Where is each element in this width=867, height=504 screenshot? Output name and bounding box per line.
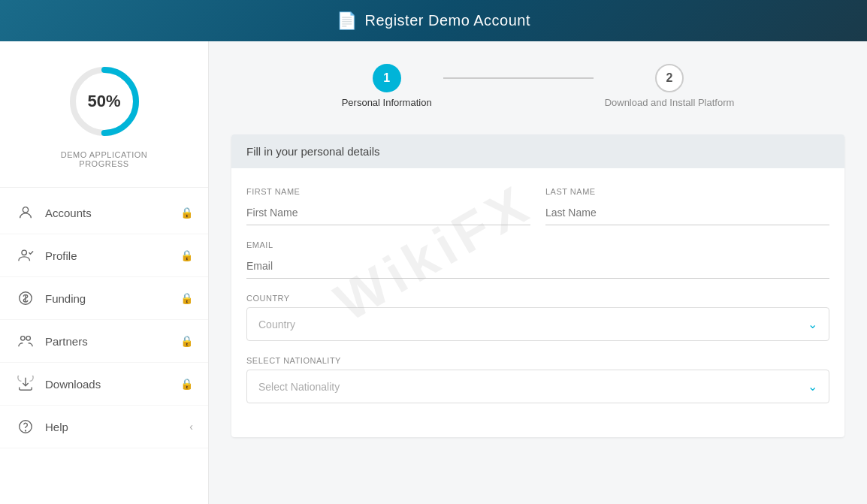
sidebar-nav: Accounts 🔒 Profile 🔒 xyxy=(0,188,208,504)
country-group: COUNTRY Country ⌄ xyxy=(246,294,829,341)
email-group: EMAIL xyxy=(246,240,829,279)
accounts-lock-icon: 🔒 xyxy=(180,207,193,219)
country-chevron-icon: ⌄ xyxy=(808,317,817,331)
main-content: 1 Personal Information 2 Download and In… xyxy=(209,41,867,504)
name-row: FIRST NAME LAST NAME xyxy=(246,187,829,225)
step-2: 2 Download and Install Platform xyxy=(605,64,735,108)
nationality-group: SELECT NATIONALITY Select Nationality ⌄ xyxy=(246,356,829,403)
first-name-group: FIRST NAME xyxy=(246,187,530,225)
downloads-lock-icon: 🔒 xyxy=(180,378,193,390)
step-1: 1 Personal Information xyxy=(342,64,432,108)
partners-lock-icon: 🔒 xyxy=(180,335,193,347)
email-input[interactable] xyxy=(246,254,829,279)
step-2-circle: 2 xyxy=(655,64,684,92)
country-row: COUNTRY Country ⌄ xyxy=(246,294,829,341)
help-chevron-icon: ‹ xyxy=(189,421,193,433)
nationality-select[interactable]: Select Nationality ⌄ xyxy=(246,370,829,403)
form-card: Fill in your personal details FIRST NAME… xyxy=(231,134,844,437)
nationality-row: SELECT NATIONALITY Select Nationality ⌄ xyxy=(246,356,829,403)
sidebar-item-profile[interactable]: Profile 🔒 xyxy=(0,234,208,277)
profile-icon xyxy=(15,245,36,266)
nationality-label: SELECT NATIONALITY xyxy=(246,356,829,365)
first-name-input[interactable] xyxy=(246,201,530,225)
email-row: EMAIL xyxy=(246,240,829,279)
country-select[interactable]: Country ⌄ xyxy=(246,307,829,341)
step-connector xyxy=(443,77,594,79)
accounts-label: Accounts xyxy=(45,207,180,219)
funding-label: Funding xyxy=(45,292,180,305)
progress-section: 50% DEMO APPLICATION PROGRESS xyxy=(0,41,208,188)
sidebar-item-partners[interactable]: Partners 🔒 xyxy=(0,320,208,363)
help-icon xyxy=(15,416,36,437)
page-header: 📄 Register Demo Account xyxy=(0,0,867,41)
header-icon: 📄 xyxy=(337,11,358,31)
downloads-icon xyxy=(15,373,36,394)
partners-icon xyxy=(15,330,36,352)
country-label: COUNTRY xyxy=(246,294,829,303)
first-name-label: FIRST NAME xyxy=(246,187,530,196)
progress-circle: 50% xyxy=(67,64,142,139)
funding-icon xyxy=(15,288,36,309)
sidebar-item-accounts[interactable]: Accounts 🔒 xyxy=(0,192,208,234)
progress-percentage: 50% xyxy=(87,92,120,111)
profile-lock-icon: 🔒 xyxy=(180,249,193,261)
last-name-label: LAST NAME xyxy=(545,187,829,196)
help-label: Help xyxy=(45,421,189,433)
country-select-value: Country xyxy=(258,318,295,330)
svg-point-8 xyxy=(26,430,26,431)
svg-point-3 xyxy=(22,250,26,255)
sidebar: 50% DEMO APPLICATION PROGRESS Accounts 🔒 xyxy=(0,41,209,504)
step-1-label: Personal Information xyxy=(342,97,432,108)
sidebar-item-help[interactable]: Help ‹ xyxy=(0,406,208,448)
partners-label: Partners xyxy=(45,335,180,348)
form-card-header: Fill in your personal details xyxy=(231,134,844,168)
sidebar-item-funding[interactable]: Funding 🔒 xyxy=(0,277,208,320)
downloads-label: Downloads xyxy=(45,378,180,391)
accounts-icon xyxy=(15,202,36,223)
header-title: Register Demo Account xyxy=(364,12,530,29)
nationality-select-value: Select Nationality xyxy=(258,381,340,393)
funding-lock-icon: 🔒 xyxy=(180,292,193,304)
stepper: 1 Personal Information 2 Download and In… xyxy=(231,56,844,116)
progress-label: DEMO APPLICATION PROGRESS xyxy=(61,150,147,168)
svg-point-2 xyxy=(23,207,28,213)
last-name-input[interactable] xyxy=(545,201,829,225)
step-2-label: Download and Install Platform xyxy=(605,97,735,108)
nationality-chevron-icon: ⌄ xyxy=(808,379,817,394)
last-name-group: LAST NAME xyxy=(545,187,829,225)
svg-point-6 xyxy=(26,337,30,341)
svg-point-5 xyxy=(21,337,25,341)
email-label: EMAIL xyxy=(246,240,829,249)
form-card-body: FIRST NAME LAST NAME EMAIL xyxy=(231,168,844,437)
profile-label: Profile xyxy=(45,249,180,262)
step-1-circle: 1 xyxy=(373,64,401,92)
sidebar-item-downloads[interactable]: Downloads 🔒 xyxy=(0,363,208,406)
